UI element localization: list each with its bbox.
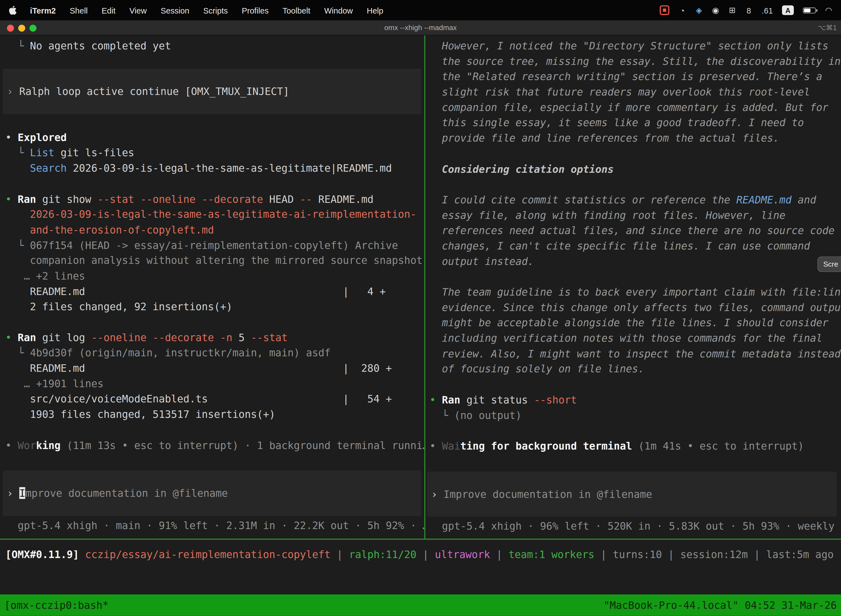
terminal-line	[5, 422, 424, 437]
text-segment: 1903 files changed, 513517 insertions(+)	[5, 408, 275, 420]
agent-log: • Explored └ List git ls-files Search 20…	[5, 114, 424, 453]
text-segment: review. Also, I might want to inspect th…	[429, 348, 841, 359]
text-segment: └	[429, 409, 454, 421]
text-segment: The team guideline is to back every impo…	[429, 286, 841, 298]
compass-icon[interactable]: ◉	[712, 4, 719, 16]
menu-item-edit[interactable]: Edit	[101, 6, 115, 15]
input-source-icon[interactable]: A	[782, 5, 794, 15]
left-pane[interactable]: └ No agents completed yet› Ralph loop ac…	[0, 35, 424, 538]
text-segment: ›	[7, 85, 19, 97]
menu-item-view[interactable]: View	[129, 6, 147, 15]
terminal-line: slight risk that future readers may over…	[429, 84, 841, 100]
text-segment: might be acceptable alongside the file l…	[429, 317, 828, 329]
apps-grid-icon[interactable]: ⊞	[728, 4, 736, 16]
text-segment: •	[5, 131, 18, 143]
password-key-icon[interactable]: 8	[745, 4, 752, 16]
tmux-status-bar: [omx-cczip0:bash* "MacBook-Pro-44.local"…	[0, 594, 841, 616]
text-segment: └	[5, 347, 30, 358]
battery-icon[interactable]	[803, 4, 816, 16]
text-segment: the "Related research writing" section i…	[429, 70, 822, 82]
close-button[interactable]	[7, 24, 14, 31]
prompt-input[interactable]: › Improve documentation in @filename	[427, 471, 837, 517]
agent-log-top: └ No agents completed yet	[5, 38, 424, 69]
terminal-line: Search 2026-03-09-is-legal-the-same-as-l…	[5, 160, 424, 176]
menu-item-help[interactable]: Help	[367, 6, 383, 15]
text-segment: essay file, along with finding root file…	[429, 209, 785, 221]
menu-item-window[interactable]: Window	[324, 6, 353, 15]
menu-item-iterm2[interactable]: iTerm2	[30, 6, 56, 15]
text-segment: 2026-03-09-is-legal-the-same-as-legitima…	[30, 208, 416, 220]
terminal-line: • Ran git show --stat --oneline --decora…	[5, 191, 424, 207]
text-segment: mprove documentation in @filename	[25, 487, 228, 499]
right-pane[interactable]: However, I noticed the "Directory Struct…	[425, 35, 841, 538]
terminal-line: README.md | 280 +	[5, 361, 424, 376]
text-segment: 5	[232, 331, 251, 343]
tmux-session-label: [omx-cczip0:bash*	[4, 599, 109, 611]
apple-menu-icon[interactable]	[9, 5, 18, 15]
text-segment: --oneline --decorate -n	[91, 331, 232, 343]
omx-version: [OMX#0.11.9]	[5, 549, 85, 560]
text-segment: Explored	[18, 131, 67, 143]
text-segment: •	[5, 439, 18, 451]
text-segment: gpt-5.4 xhigh · main · 91% left · 2.31M …	[5, 519, 424, 531]
text-segment: and-the-erosion-of-copyleft.md	[30, 224, 214, 235]
screenshot-toast[interactable]: Scre	[817, 257, 841, 272]
zoom-button[interactable]	[29, 24, 37, 31]
terminal-line	[429, 177, 841, 192]
text-segment: Wai	[442, 440, 460, 452]
text-segment: |	[594, 549, 613, 560]
menu-item-scripts[interactable]: Scripts	[203, 6, 228, 15]
menu-item-session[interactable]: Session	[161, 6, 189, 15]
team-counter: team:1 workers	[508, 549, 594, 560]
terminal-line: • Ran git status --short	[429, 392, 841, 408]
terminal-line: might be acceptable alongside the file l…	[429, 315, 841, 331]
terminal-line	[5, 54, 424, 69]
window-title-bar: omx --xhigh --madmax ⌥⌘1	[0, 21, 841, 35]
screen-recording-indicator[interactable]	[660, 4, 670, 16]
terminal-line: references need actual files, and since …	[429, 223, 841, 238]
pie-chart-icon[interactable]: ◔	[678, 4, 686, 16]
terminal-line: └ 067f154 (HEAD -> essay/ai-reimplementa…	[5, 238, 424, 253]
terminal-line: └ No agents completed yet	[5, 38, 424, 54]
text-segment: --stat	[251, 331, 287, 343]
battery-percent-label[interactable]: .61	[762, 4, 773, 16]
wifi-icon[interactable]: ◠	[825, 4, 832, 16]
text-segment: (1m 41s • esc to interrupt)	[632, 440, 804, 452]
terminal-line: … +2 lines	[5, 268, 424, 284]
terminal-line: essay file, along with finding root file…	[429, 207, 841, 223]
turns-counter: turns:10	[613, 549, 662, 560]
text-segment: 067f154 (HEAD -> essay/ai-reimplementati…	[30, 239, 398, 251]
menu-bar-status-icons: ◔◈◉⊞8.61A◠	[660, 4, 832, 16]
text-segment: List	[30, 147, 54, 159]
text-segment: … +1901 lines	[5, 378, 104, 389]
minimize-button[interactable]	[18, 24, 25, 31]
terminal-line: provide file and line references from th…	[429, 131, 841, 146]
text-segment: 4b9d30f (origin/main, instructkr/main, m…	[30, 347, 331, 358]
terminal-line: └ (no output)	[429, 407, 841, 423]
text-segment: |	[662, 549, 680, 560]
session-status-line: gpt-5.4 xhigh · 96% left · 520K in · 5.8…	[429, 518, 841, 534]
text-segment: README.md | 280 +	[5, 362, 392, 374]
terminal-line: › Improve documentation in @filename	[7, 486, 422, 501]
screenshot-toast-label: Scre	[823, 260, 838, 268]
menu-item-toolbelt[interactable]: Toolbelt	[283, 6, 311, 15]
airdrop-icon[interactable]: ◈	[695, 4, 703, 16]
terminal-line	[429, 269, 841, 284]
tmux-host-clock: "MacBook-Pro-44.local" 04:52 31-Mar-26	[604, 599, 837, 611]
terminal-line: Considering citation options	[429, 161, 841, 177]
text-cursor: I	[19, 487, 25, 499]
text-segment: ›	[431, 488, 443, 500]
window-title: omx --xhigh --madmax	[0, 21, 841, 35]
ralph-inject-banner: › Ralph loop active continue [OMX_TMUX_I…	[3, 69, 422, 114]
terminal-line: … +1901 lines	[5, 376, 424, 392]
text-segment: references need actual files, and since …	[429, 224, 835, 236]
text-segment	[5, 224, 30, 235]
menu-item-shell[interactable]: Shell	[70, 6, 88, 15]
prompt-input[interactable]: › Improve documentation in @filename	[3, 471, 422, 516]
terminal-line: 2 files changed, 92 insertions(+)	[5, 299, 424, 314]
menu-item-profiles[interactable]: Profiles	[242, 6, 268, 15]
terminal-line: changes, I can't cite specific file line…	[429, 238, 841, 254]
text-segment: (11m 13s • esc to interrupt) · 1 backgro…	[61, 439, 424, 451]
terminal-line: 2026-03-09-is-legal-the-same-as-legitima…	[5, 207, 424, 222]
text-segment: However, I noticed the "Directory Struct…	[429, 40, 828, 51]
